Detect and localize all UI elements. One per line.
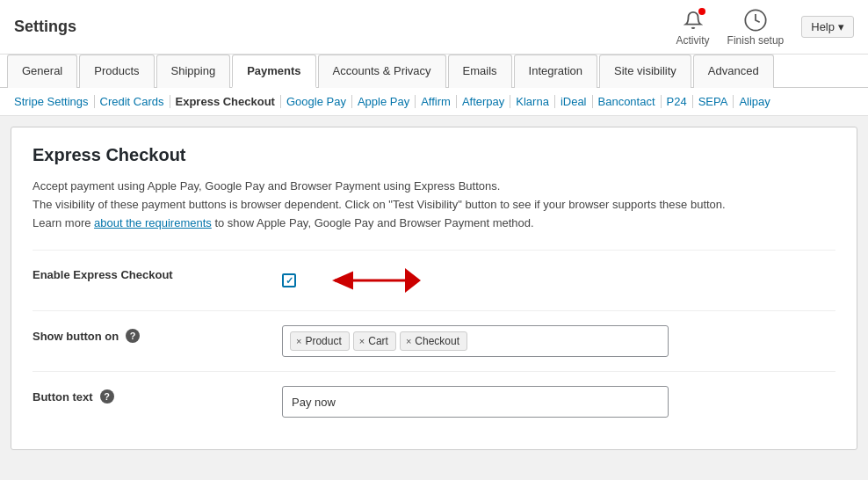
finish-setup-button[interactable]: Finish setup bbox=[727, 8, 785, 47]
show-button-value-col: × Product × Cart × Checkout bbox=[282, 325, 835, 357]
tab-shipping[interactable]: Shipping bbox=[156, 55, 231, 88]
subnav-klarna[interactable]: Klarna bbox=[510, 95, 555, 108]
tab-advanced[interactable]: Advanced bbox=[693, 55, 774, 88]
help-label: Help bbox=[811, 20, 835, 33]
button-text-help-icon[interactable]: ? bbox=[100, 389, 114, 404]
content-area: Express Checkout Accept payment using Ap… bbox=[11, 127, 857, 450]
subnav-bancontact[interactable]: Bancontact bbox=[593, 95, 662, 108]
button-text-label-text: Button text bbox=[33, 390, 93, 404]
tag-product-remove[interactable]: × bbox=[296, 336, 301, 346]
red-arrow-graphic bbox=[317, 265, 423, 296]
help-chevron-icon: ▾ bbox=[838, 20, 844, 33]
tab-emails[interactable]: Emails bbox=[448, 55, 512, 88]
description-line1: Accept payment using Apple Pay, Google P… bbox=[33, 178, 835, 196]
tab-accounts-privacy[interactable]: Accounts & Privacy bbox=[318, 55, 446, 88]
show-button-label: Show button on ? bbox=[33, 325, 261, 343]
nav-tabs: General Products Shipping Payments Accou… bbox=[0, 55, 868, 88]
button-text-value-col bbox=[282, 386, 835, 418]
checkbox-check-icon: ✓ bbox=[286, 275, 293, 287]
tab-products[interactable]: Products bbox=[79, 55, 154, 88]
notification-dot bbox=[698, 8, 705, 15]
subnav-alipay[interactable]: Alipay bbox=[734, 95, 775, 108]
description-line3-prefix: Learn more bbox=[33, 216, 94, 229]
activity-icon-wrap bbox=[681, 8, 705, 33]
enable-value-col: ✓ bbox=[282, 265, 835, 296]
tab-payments[interactable]: Payments bbox=[232, 55, 315, 88]
show-button-label-text: Show button on bbox=[33, 330, 119, 343]
express-checkout-title: Express Checkout bbox=[33, 145, 835, 165]
tab-integration[interactable]: Integration bbox=[514, 55, 597, 88]
tag-cart-remove[interactable]: × bbox=[359, 336, 365, 346]
button-text-label: Button text ? bbox=[33, 386, 261, 404]
subnav-affirm[interactable]: Affirm bbox=[416, 95, 457, 108]
description-line3: Learn more about the requirements to sho… bbox=[33, 215, 835, 233]
button-text-row: Button text ? bbox=[33, 371, 835, 432]
tag-product[interactable]: × Product bbox=[290, 331, 350, 351]
subnav-express-checkout[interactable]: Express Checkout bbox=[170, 95, 281, 108]
subnav-google-pay[interactable]: Google Pay bbox=[281, 95, 352, 108]
top-bar: Settings Activity Finish setup Help ▾ bbox=[0, 0, 868, 55]
finish-setup-icon bbox=[743, 8, 768, 33]
subnav-afterpay[interactable]: Afterpay bbox=[457, 95, 510, 108]
show-button-on-row: Show button on ? × Product × Cart × Chec… bbox=[33, 310, 835, 371]
tag-checkout-label: Checkout bbox=[415, 335, 459, 347]
tag-checkout-remove[interactable]: × bbox=[406, 336, 411, 346]
subnav-credit-cards[interactable]: Credit Cards bbox=[95, 95, 170, 108]
tab-site-visibility[interactable]: Site visibility bbox=[599, 55, 691, 88]
tab-general[interactable]: General bbox=[7, 55, 77, 88]
description-line2: The visibility of these payment buttons … bbox=[33, 196, 835, 215]
subnav-p24[interactable]: P24 bbox=[662, 95, 693, 108]
show-button-help-icon[interactable]: ? bbox=[126, 329, 140, 343]
activity-button[interactable]: Activity bbox=[676, 8, 710, 47]
subnav-ideal[interactable]: iDeal bbox=[555, 95, 593, 108]
description-block: Accept payment using Apple Pay, Google P… bbox=[33, 178, 835, 232]
tag-cart-label: Cart bbox=[368, 335, 388, 347]
show-button-tags-input[interactable]: × Product × Cart × Checkout bbox=[282, 325, 669, 357]
page-title: Settings bbox=[14, 18, 76, 36]
enable-checkbox[interactable]: ✓ bbox=[282, 273, 296, 287]
finish-setup-label: Finish setup bbox=[727, 34, 785, 47]
tag-checkout[interactable]: × Checkout bbox=[400, 331, 467, 351]
tag-cart[interactable]: × Cart bbox=[353, 331, 396, 351]
enable-express-checkout-row: Enable Express Checkout ✓ bbox=[33, 250, 835, 310]
sub-nav: Stripe Settings Credit Cards Express Che… bbox=[0, 88, 868, 116]
help-button[interactable]: Help ▾ bbox=[801, 16, 854, 38]
activity-label: Activity bbox=[676, 34, 710, 47]
enable-label-text: Enable Express Checkout bbox=[33, 268, 173, 281]
tag-product-label: Product bbox=[305, 335, 341, 347]
subnav-apple-pay[interactable]: Apple Pay bbox=[352, 95, 416, 108]
top-bar-right: Activity Finish setup Help ▾ bbox=[676, 8, 854, 47]
button-text-input[interactable] bbox=[282, 386, 669, 418]
subnav-stripe-settings[interactable]: Stripe Settings bbox=[14, 95, 95, 108]
description-line3-suffix: to show Apple Pay, Google Pay and Browse… bbox=[212, 216, 534, 229]
subnav-sepa[interactable]: SEPA bbox=[693, 95, 734, 108]
svg-marker-3 bbox=[405, 268, 421, 293]
about-requirements-link[interactable]: about the requirements bbox=[94, 216, 212, 229]
enable-label: Enable Express Checkout bbox=[33, 265, 261, 281]
